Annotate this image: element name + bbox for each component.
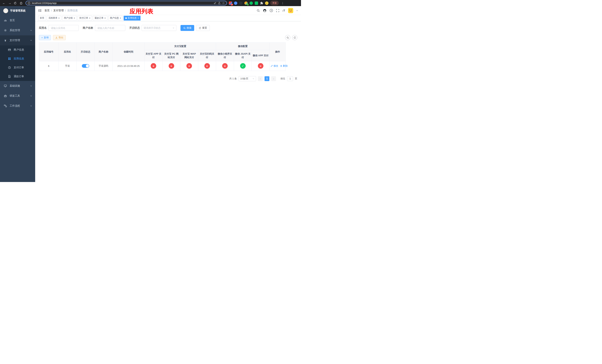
sidebar: 芋道管理系统 首页 系统管理 ¥ 支付管理 [0,6,35,182]
delete-link[interactable]: 删除 [280,64,288,68]
status-wechat-app[interactable]: × [258,63,263,69]
page-size-label: 10条/页 [240,77,248,80]
col-status: 开启状态 [77,43,95,61]
url-text[interactable]: localhost:1024/pay/app [32,2,212,4]
status-alipay-pc[interactable]: × [169,63,174,69]
add-button[interactable]: + 新增 [39,35,51,40]
reload-icon[interactable] [14,2,18,5]
tab-home[interactable]: 首页 [38,16,46,21]
group-alipay: 支付宝配置 [145,43,216,50]
close-icon[interactable]: × [58,17,60,20]
search-icon[interactable] [257,9,260,12]
close-icon[interactable]: × [104,17,106,20]
status-alipay-qr[interactable]: × [204,63,210,69]
sidebar-item-home[interactable]: 首页 [0,15,35,25]
edit-label: 修改 [273,64,278,68]
hamburger-icon[interactable] [38,9,42,12]
sidebar-item-system[interactable]: 系统管理 [0,25,35,35]
sidebar-item-pay-orders[interactable]: 支付订单 [0,63,35,72]
enabled-toggle[interactable] [82,64,89,68]
profile-avatar-icon[interactable] [265,1,269,5]
tab-pay-order[interactable]: 支付订单× [77,16,92,21]
font-size-icon[interactable]: TT [282,9,285,12]
browser-update-button[interactable]: 更新 [270,1,279,5]
download-icon [55,36,58,39]
next-page-button[interactable]: › [271,76,276,81]
sidebar-item-app-info[interactable]: 应用信息 [0,54,35,63]
github-icon[interactable] [263,9,267,12]
edit-link[interactable]: 修改 [271,64,278,68]
tab-refund-order[interactable]: 退款订单× [93,16,107,21]
search-button[interactable]: 搜索 [181,25,194,31]
tab-label: 退款订单 [95,16,104,20]
forward-icon[interactable]: → [8,1,12,5]
sidebar-item-refund-orders[interactable]: 退款订单 [0,72,35,81]
extension-blue-icon[interactable] [234,1,237,5]
cell-wechat-jsapi: ✓ [234,61,252,71]
status-alipay-app[interactable]: × [151,63,156,69]
sidebar-item-infrastructure[interactable]: 基础设施 [0,81,35,91]
tab-merchant-info[interactable]: 商户信息× [108,16,123,21]
tab-app-info[interactable]: 应用信息× [124,16,140,21]
extensions-puzzle-icon[interactable] [260,1,263,5]
close-icon[interactable]: × [138,17,139,20]
sidebar-item-dev-tools[interactable]: 研发工具 [0,91,35,101]
close-icon[interactable]: × [120,17,121,20]
breadcrumb-separator: / [51,9,52,12]
back-icon[interactable]: ← [2,1,6,5]
home-icon[interactable] [20,2,24,5]
site-info-icon[interactable] [28,2,30,4]
gear-icon [4,29,7,32]
close-icon[interactable]: × [74,17,75,20]
col-operations: 操作 [270,43,286,61]
reset-button[interactable]: 重置 [196,25,210,31]
breadcrumb-payment[interactable]: 支付管理 [53,9,64,12]
group-wechat: 微信配置 [216,43,270,50]
browser-menu-icon[interactable]: ⋮ [281,2,285,5]
page-size-select[interactable]: 10条/页 [239,76,256,81]
export-button[interactable]: 导出 [53,35,66,40]
toggle-search-button[interactable] [285,35,290,40]
fullscreen-icon[interactable] [276,9,279,12]
address-bar[interactable]: localhost:1024/pay/app ☆ [26,1,227,5]
extension-wechat-icon[interactable] [255,1,258,5]
delete-label: 删除 [283,64,288,68]
password-key-icon[interactable] [214,2,216,4]
help-icon[interactable]: ? [269,9,273,12]
plus-icon: + [41,36,43,39]
cell-alipay-qr: × [198,61,216,71]
main-area: 首页 / 支付管理 / 应用信息 应用列表 ? [35,6,301,182]
merchant-name-input[interactable] [95,25,125,31]
goto-page-input[interactable] [287,76,293,81]
share-icon[interactable] [218,2,221,4]
workflow-icon [4,104,7,107]
sidebar-item-payment[interactable]: ¥ 支付管理 [0,35,35,45]
sidebar-item-label: 研发工具 [10,94,20,97]
extension-avatar-icon[interactable]: 1 [244,1,248,5]
status-wechat-jsapi[interactable]: ✓ [240,63,246,69]
close-icon[interactable]: × [89,17,90,20]
app-name-input[interactable] [49,25,79,31]
status-select[interactable]: 请选择开启状态 [142,25,176,31]
tab-process-form[interactable]: 流程表单× [47,16,61,21]
breadcrumb-home[interactable]: 首页 [44,9,50,12]
tab-user-group[interactable]: 用户分组× [62,16,77,21]
status-wechat-mini[interactable]: × [222,63,228,69]
extension-grid-icon[interactable]: 10 [229,1,232,5]
refresh-table-button[interactable] [292,35,297,40]
dashboard-icon [4,19,7,22]
sidebar-logo[interactable]: 芋道管理系统 [0,6,35,15]
chevron-up-icon [30,39,32,42]
avatar-caret-icon[interactable] [296,10,298,11]
user-avatar[interactable] [288,8,293,13]
bookmark-star-icon[interactable]: ☆ [222,1,225,5]
status-alipay-wap[interactable]: × [186,63,192,69]
sidebar-item-workflow[interactable]: 工作流程 [0,101,35,111]
page-number[interactable]: 1 [265,76,269,81]
extension-wechat-devtools-icon[interactable] [249,1,253,5]
prev-page-button[interactable]: ‹ [258,76,263,81]
sidebar-item-label: 工作流程 [10,104,20,107]
col-app-id: 应用编号 [39,43,58,61]
extension-dark-icon[interactable] [239,1,243,5]
sidebar-item-merchant-info[interactable]: 商户信息 [0,45,35,54]
